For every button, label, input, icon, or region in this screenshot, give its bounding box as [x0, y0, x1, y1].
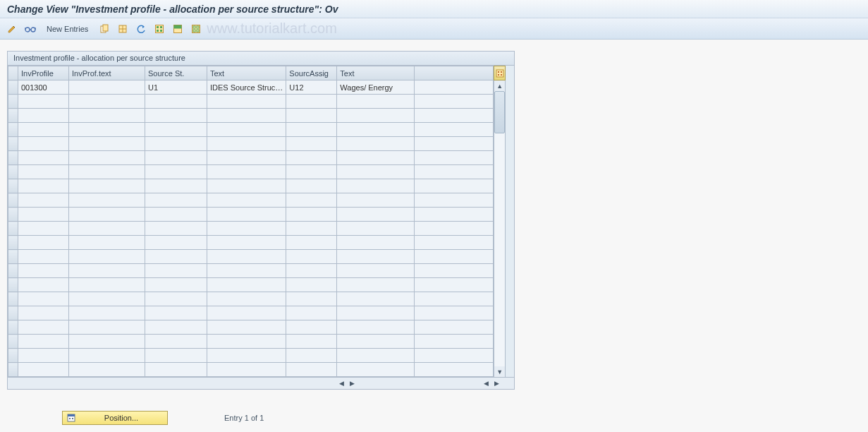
row-selector[interactable]	[8, 292, 18, 306]
table-row[interactable]	[8, 222, 494, 236]
table-row[interactable]	[8, 123, 494, 137]
scroll-up-icon[interactable]: ▲	[494, 80, 505, 91]
row-selector[interactable]	[8, 320, 18, 335]
select-block-icon[interactable]	[170, 21, 185, 37]
table-row[interactable]: 001300 U1 IDES Source Struc… U12 Wages/ …	[8, 80, 494, 95]
new-entries-button[interactable]: New Entries	[41, 21, 94, 37]
header-row: InvProfile InvProf.text Source St. Text …	[8, 66, 494, 80]
svg-rect-24	[69, 418, 71, 419]
row-selector[interactable]	[8, 179, 18, 193]
toggle-display-change-icon[interactable]	[4, 21, 20, 37]
table-row[interactable]	[8, 151, 494, 165]
table-row[interactable]	[8, 208, 494, 222]
select-all-icon[interactable]	[152, 21, 167, 37]
new-entries-label: New Entries	[47, 25, 88, 33]
col-inv-profile[interactable]: InvProfile	[18, 66, 69, 80]
position-label: Position...	[80, 414, 163, 422]
row-selector[interactable]	[8, 236, 18, 250]
scroll-left-icon[interactable]: ◀	[481, 378, 491, 389]
scroll-track[interactable]	[494, 91, 505, 366]
row-selector[interactable]	[8, 264, 18, 278]
row-selector[interactable]	[8, 165, 18, 179]
cell-inv-profile[interactable]: 001300	[18, 80, 69, 95]
table-row[interactable]	[8, 264, 494, 278]
vertical-scrollbar[interactable]: ▲ ▼	[494, 80, 506, 377]
row-selector[interactable]	[8, 123, 18, 137]
row-selector[interactable]	[8, 137, 18, 151]
scroll-left-icon[interactable]: ◀	[336, 378, 347, 389]
table-row[interactable]	[8, 236, 494, 250]
svg-rect-3	[103, 25, 108, 31]
row-selector-header[interactable]	[8, 66, 18, 80]
row-selector[interactable]	[8, 208, 18, 222]
glasses-detail-icon[interactable]	[23, 21, 38, 37]
scroll-right-icon[interactable]: ▶	[491, 378, 502, 389]
position-button[interactable]: Position...	[62, 411, 168, 425]
table-panel: Investment profile - allocation per sour…	[7, 51, 515, 390]
table-row[interactable]	[8, 349, 494, 363]
table-row[interactable]	[8, 179, 494, 193]
horizontal-scrollbar-left[interactable]: ◀ ▶	[336, 378, 357, 389]
svg-rect-11	[174, 25, 182, 28]
svg-rect-6	[157, 26, 159, 28]
table-row[interactable]	[8, 363, 494, 377]
col-blank-pad	[415, 66, 494, 80]
copy-as-icon[interactable]	[97, 21, 112, 37]
undo-change-icon[interactable]	[133, 21, 149, 37]
col-source-st[interactable]: Source St.	[145, 66, 207, 80]
table-row[interactable]	[8, 306, 494, 320]
col-sourc-assig[interactable]: SourcAssig	[286, 66, 337, 80]
position-icon	[67, 414, 75, 422]
svg-rect-7	[160, 26, 162, 28]
table-row[interactable]	[8, 95, 494, 109]
horizontal-scroll-row: ◀ ▶ ◀ ▶	[8, 377, 514, 389]
page-title: Change View "Investment profile - alloca…	[7, 4, 338, 15]
scroll-thumb[interactable]	[494, 91, 505, 133]
table-row[interactable]	[8, 193, 494, 208]
table-row[interactable]	[8, 137, 494, 151]
horizontal-scrollbar-right[interactable]: ◀ ▶	[481, 378, 502, 389]
data-grid[interactable]: InvProfile InvProf.text Source St. Text …	[8, 66, 494, 377]
panel-title: Investment profile - allocation per sour…	[8, 52, 514, 66]
scroll-right-icon[interactable]: ▶	[347, 378, 357, 389]
title-bar: Change View "Investment profile - alloca…	[0, 0, 868, 18]
cell-sourc-assig[interactable]: U12	[286, 80, 337, 95]
table-row[interactable]	[8, 320, 494, 335]
svg-rect-9	[160, 30, 162, 32]
table-row[interactable]	[8, 278, 494, 292]
row-selector[interactable]	[8, 95, 18, 109]
cell-blank-pad	[415, 80, 494, 95]
cell-source-st[interactable]: U1	[145, 80, 207, 95]
table-row[interactable]	[8, 109, 494, 123]
table-row[interactable]	[8, 292, 494, 306]
table-row[interactable]	[8, 335, 494, 349]
svg-rect-23	[68, 414, 75, 416]
table-row[interactable]	[8, 250, 494, 264]
delete-icon[interactable]	[115, 21, 130, 37]
cell-text1[interactable]: IDES Source Struc…	[207, 80, 286, 95]
svg-rect-25	[72, 418, 73, 419]
table-settings-icon[interactable]	[494, 66, 506, 80]
svg-rect-8	[157, 30, 159, 32]
row-selector[interactable]	[8, 349, 18, 363]
row-selector[interactable]	[8, 363, 18, 377]
col-text2[interactable]: Text	[337, 66, 415, 80]
watermark-text: www.tutorialkart.com	[207, 20, 337, 37]
svg-point-1	[31, 28, 35, 32]
row-selector[interactable]	[8, 306, 18, 320]
col-inv-prof-text[interactable]: InvProf.text	[69, 66, 145, 80]
row-selector[interactable]	[8, 250, 18, 264]
cell-inv-prof-text[interactable]	[69, 80, 145, 95]
scroll-down-icon[interactable]: ▼	[494, 366, 505, 377]
row-selector[interactable]	[8, 151, 18, 165]
deselect-all-icon[interactable]	[188, 21, 204, 37]
row-selector[interactable]	[8, 193, 18, 208]
row-selector[interactable]	[8, 109, 18, 123]
cell-text2[interactable]: Wages/ Energy	[337, 80, 415, 95]
row-selector[interactable]	[8, 335, 18, 349]
table-row[interactable]	[8, 165, 494, 179]
row-selector[interactable]	[8, 80, 18, 95]
col-text1[interactable]: Text	[207, 66, 286, 80]
row-selector[interactable]	[8, 222, 18, 236]
row-selector[interactable]	[8, 278, 18, 292]
